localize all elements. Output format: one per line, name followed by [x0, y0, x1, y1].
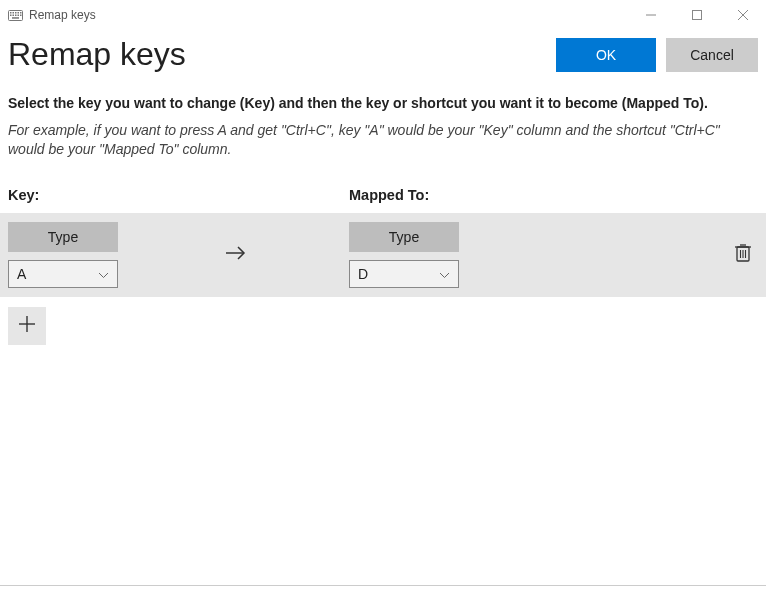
- svg-rect-10: [20, 14, 22, 16]
- window-title: Remap keys: [29, 8, 96, 22]
- svg-rect-4: [18, 12, 20, 14]
- column-headers: Key: Mapped To:: [0, 159, 766, 203]
- svg-rect-6: [10, 14, 12, 16]
- bottom-divider: [0, 585, 766, 586]
- page-title: Remap keys: [8, 36, 186, 73]
- delete-row-button[interactable]: [734, 243, 752, 267]
- cancel-button[interactable]: Cancel: [666, 38, 758, 72]
- titlebar: Remap keys: [0, 0, 766, 30]
- mapped-type-button[interactable]: Type: [349, 222, 459, 252]
- header-buttons: OK Cancel: [556, 38, 758, 72]
- key-dropdown-value: A: [17, 266, 26, 282]
- add-row-button[interactable]: [8, 307, 46, 345]
- minimize-button[interactable]: [628, 0, 674, 30]
- key-column-header: Key:: [8, 187, 349, 203]
- mapped-column: Type D: [349, 222, 549, 288]
- mapped-dropdown[interactable]: D: [349, 260, 459, 288]
- svg-rect-8: [15, 14, 17, 16]
- maximize-button[interactable]: [674, 0, 720, 30]
- mapped-column-header: Mapped To:: [349, 187, 758, 203]
- key-type-button[interactable]: Type: [8, 222, 118, 252]
- instructions: Select the key you want to change (Key) …: [0, 85, 766, 159]
- mapping-row: Type A Type D: [0, 213, 766, 297]
- plus-icon: [17, 314, 37, 337]
- svg-rect-11: [12, 17, 19, 19]
- ok-button[interactable]: OK: [556, 38, 656, 72]
- arrow-cell: [208, 244, 349, 266]
- arrow-right-icon: [224, 244, 248, 266]
- svg-rect-2: [13, 12, 15, 14]
- svg-rect-5: [20, 12, 22, 14]
- header-row: Remap keys OK Cancel: [0, 30, 766, 85]
- chevron-down-icon: [98, 266, 109, 282]
- svg-rect-13: [693, 11, 702, 20]
- close-button[interactable]: [720, 0, 766, 30]
- chevron-down-icon: [439, 266, 450, 282]
- svg-rect-9: [18, 14, 20, 16]
- mapped-dropdown-value: D: [358, 266, 368, 282]
- keyboard-app-icon: [8, 10, 23, 21]
- instruction-example: For example, if you want to press A and …: [8, 121, 758, 159]
- window-controls: [628, 0, 766, 30]
- svg-rect-1: [10, 12, 12, 14]
- svg-rect-3: [15, 12, 17, 14]
- key-dropdown[interactable]: A: [8, 260, 118, 288]
- svg-rect-7: [13, 14, 15, 16]
- trash-icon: [734, 249, 752, 266]
- key-column: Type A: [8, 222, 208, 288]
- instruction-main: Select the key you want to change (Key) …: [8, 95, 758, 111]
